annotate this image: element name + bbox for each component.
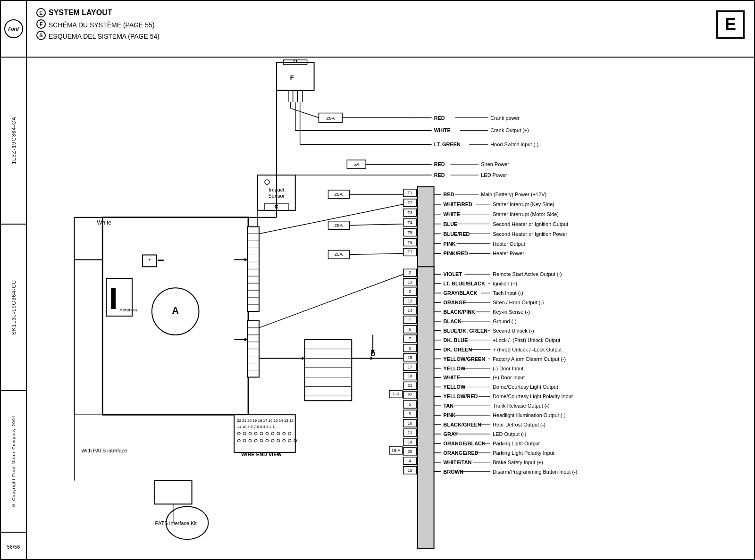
svg-text:20: 20: [408, 449, 412, 454]
svg-text:VIOLET: VIOLET: [444, 271, 462, 277]
svg-text:25A: 25A: [335, 192, 343, 197]
svg-text:BLACK: BLACK: [444, 318, 461, 324]
svg-text:WHITE: WHITE: [444, 211, 460, 217]
svg-text:F: F: [290, 74, 294, 81]
svg-text:YELLOW/RED: YELLOW/RED: [444, 393, 478, 399]
svg-text:BLUE/DK. GREEN: BLUE/DK. GREEN: [444, 328, 488, 334]
svg-text:19: 19: [408, 440, 412, 444]
title-spanish: ESQUEMA DEL SISTEMA (PAGE 54): [49, 33, 159, 40]
svg-text:(+) Door Input: (+) Door Input: [493, 375, 525, 380]
svg-text:15: 15: [408, 355, 412, 360]
title-french: SCHÉMA DU SYSTÈME (PAGE 55): [49, 21, 155, 29]
svg-text:YELLOW: YELLOW: [444, 366, 466, 371]
svg-text:T5: T5: [408, 230, 412, 235]
svg-text:LT. GREEN: LT. GREEN: [434, 142, 461, 147]
svg-text:5A: 5A: [353, 161, 360, 167]
svg-text:PINK: PINK: [444, 241, 456, 247]
svg-text:LED Power: LED Power: [481, 172, 507, 178]
header: E SYSTEM LAYOUT F SCHÉMA DU SYSTÈME (PAG…: [27, 1, 754, 58]
s-circle: S: [36, 31, 46, 40]
svg-text:25A: 25A: [335, 223, 343, 228]
svg-text:ORANGE/RED: ORANGE/RED: [444, 450, 478, 456]
svg-text:GRAY: GRAY: [444, 431, 458, 437]
svg-text:DK. BLUE: DK. BLUE: [444, 337, 468, 343]
svg-text:WHITE: WHITE: [434, 127, 451, 133]
svg-rect-311: [154, 481, 192, 504]
svg-text:WHITE/TAN: WHITE/TAN: [444, 460, 472, 465]
svg-text:T3: T3: [408, 210, 412, 215]
svg-text:BLUE: BLUE: [444, 221, 458, 227]
svg-text:(-) Door Input: (-) Door Input: [493, 366, 523, 371]
svg-rect-73: [111, 288, 116, 309]
svg-text:PATS Interface Kit: PATS Interface Kit: [155, 520, 197, 526]
page-letter-box: E: [716, 10, 745, 39]
svg-text:YELLOW/GREEN: YELLOW/GREEN: [444, 356, 486, 362]
svg-text:WIRE END VIEW: WIRE END VIEW: [241, 451, 282, 457]
svg-text:GRAY/BLACK: GRAY/BLACK: [444, 290, 478, 296]
svg-text:Starter Interrupt (Motor Side): Starter Interrupt (Motor Side): [493, 211, 559, 217]
svg-text:Siren Power: Siren Power: [481, 161, 509, 167]
svg-text:Disarm/Programming Button Inpu: Disarm/Programming Button Input (-): [493, 469, 577, 475]
svg-text:Antenna: Antenna: [119, 307, 137, 312]
svg-text:1: 1: [409, 318, 411, 322]
svg-text:14: 14: [408, 308, 412, 313]
title-main: SYSTEM LAYOUT: [49, 8, 112, 17]
svg-text:LED Output (-): LED Output (-): [493, 431, 526, 437]
svg-text:Dome/Courtesy Light Polarity I: Dome/Courtesy Light Polarity Input: [493, 393, 573, 399]
svg-text:4: 4: [409, 459, 411, 463]
svg-text:7: 7: [409, 336, 411, 341]
svg-rect-131: [418, 267, 434, 549]
sidebar-part-number-2: SK1L3J-19G364-CC: [1, 225, 26, 392]
svg-text:Trunk Release Output (-): Trunk Release Output (-): [493, 403, 550, 409]
svg-text:5: 5: [409, 402, 411, 407]
svg-text:Remote Start Active Output (-): Remote Start Active Output (-): [493, 271, 562, 277]
svg-text:T2: T2: [408, 201, 412, 205]
left-sidebar: Ford 1L3Z-19G364-CA SK1L3J-19G364-CC © C…: [1, 1, 27, 560]
svg-text:Factory Alarm Disarm Output (-: Factory Alarm Disarm Output (-): [493, 356, 566, 362]
svg-text:25A: 25A: [327, 116, 335, 121]
svg-text:With PATS interface: With PATS interface: [81, 448, 127, 453]
svg-text:BLUE/RED: BLUE/RED: [444, 231, 470, 237]
svg-text:18: 18: [408, 374, 412, 378]
svg-text:1-A: 1-A: [393, 392, 399, 396]
svg-text:Second Heater or Ignition Outp: Second Heater or Ignition Output: [493, 221, 568, 227]
svg-text:15-A: 15-A: [391, 448, 400, 453]
svg-text:ORANGE/BLACK: ORANGE/BLACK: [444, 441, 486, 446]
svg-text:T7: T7: [408, 250, 412, 254]
svg-text:8: 8: [409, 346, 411, 351]
svg-text:Dome/Courtesy Light Output: Dome/Courtesy Light Output: [493, 384, 558, 390]
svg-text:Main (Battery) Power (+12V): Main (Battery) Power (+12V): [481, 192, 546, 197]
svg-text:PINK/RED: PINK/RED: [444, 251, 468, 256]
svg-text:Heater Output: Heater Output: [493, 241, 525, 247]
svg-text:Parking Light Polarity Input: Parking Light Polarity Input: [493, 450, 554, 456]
svg-text:Crank Output (+): Crank Output (+): [490, 127, 529, 133]
e-circle: E: [36, 8, 46, 17]
svg-text:16: 16: [408, 468, 412, 473]
svg-text:RED: RED: [434, 115, 445, 121]
svg-text:+ (First) Unlock / -Lock Outpu: + (First) Unlock / -Lock Output: [493, 347, 562, 352]
svg-text:WHITE/RED: WHITE/RED: [444, 201, 472, 207]
svg-marker-77: [158, 259, 164, 261]
svg-text:YELLOW: YELLOW: [444, 384, 466, 390]
svg-text:22: 22: [408, 393, 412, 397]
svg-text:Tach Input (-): Tach Input (-): [493, 290, 523, 296]
sidebar-part-number-1: 1L3Z-19G364-CA: [1, 58, 26, 225]
svg-text:+Lock / -(First) Unlock Output: +Lock / -(First) Unlock Output: [493, 337, 560, 343]
svg-text:Headlight Illumination Output : Headlight Illumination Output (-): [493, 412, 565, 418]
f-circle: F: [36, 19, 46, 29]
svg-text:+: +: [148, 257, 151, 262]
svg-text:6: 6: [409, 327, 411, 332]
wiring-diagram: F 25A RED Crank power WHITE Crank Output…: [27, 58, 754, 559]
svg-text:Brake Safety Input (+): Brake Safety Input (+): [493, 460, 543, 465]
svg-text:13: 13: [408, 280, 412, 284]
svg-text:Second Heater or Ignition Powe: Second Heater or Ignition Power: [493, 231, 567, 237]
svg-text:17: 17: [408, 365, 412, 369]
svg-text:A: A: [172, 305, 179, 316]
svg-text:T1: T1: [408, 191, 412, 195]
svg-text:LT. BLUE/BLACK: LT. BLUE/BLACK: [444, 281, 486, 286]
page-container: Ford 1L3Z-19G364-CA SK1L3J-19G364-CC © C…: [0, 0, 755, 560]
svg-text:25A: 25A: [335, 251, 343, 257]
svg-text:RED: RED: [434, 172, 445, 178]
diagram-area: F 25A RED Crank power WHITE Crank Output…: [27, 58, 754, 559]
svg-text:DK. GREEN: DK. GREEN: [444, 347, 472, 352]
